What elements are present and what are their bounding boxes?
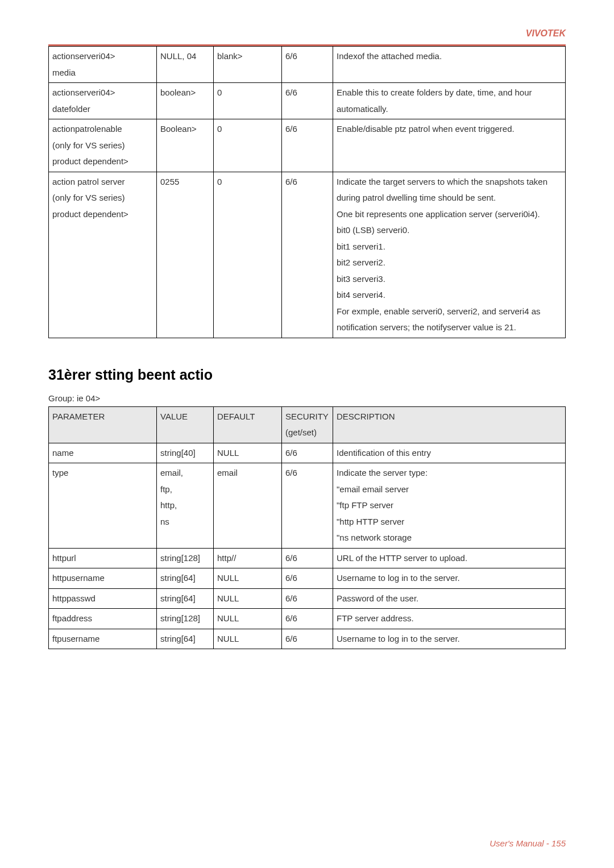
cell: 0 bbox=[214, 83, 282, 119]
cell: email bbox=[214, 463, 282, 549]
cell: NULL bbox=[214, 629, 282, 649]
cell: 0 bbox=[214, 119, 282, 172]
header-value: VALUE bbox=[157, 406, 214, 443]
cell: NULL bbox=[214, 609, 282, 629]
cell: 6/6 bbox=[282, 47, 333, 83]
cell: ftpusername bbox=[49, 629, 157, 649]
table-row: httpurlstring[128]http//6/6URL of the HT… bbox=[49, 548, 566, 568]
page-footer: User's Manual - 155 bbox=[489, 838, 566, 848]
cell: NULL bbox=[214, 568, 282, 589]
cell: blank> bbox=[214, 47, 282, 83]
cell: Indicate the target servers to which the… bbox=[333, 172, 566, 338]
cell: Enable/disable ptz patrol when event tri… bbox=[333, 119, 566, 172]
header-description: DESCRIPTION bbox=[333, 406, 566, 443]
cell: NULL bbox=[214, 588, 282, 609]
cell: Password of the user. bbox=[333, 588, 566, 609]
cell: 6/6 bbox=[282, 609, 333, 629]
parameter-table-1: actionserveri04> mediaNULL, 04blank>6/6I… bbox=[48, 46, 566, 338]
cell: string[64] bbox=[157, 629, 214, 649]
cell: Indicate the server type: "email email s… bbox=[333, 463, 566, 549]
cell: string[128] bbox=[157, 609, 214, 629]
table-row: actionpatrolenable (only for VS series) … bbox=[49, 119, 566, 172]
cell: 6/6 bbox=[282, 443, 333, 463]
table-row: namestring[40]NULL6/6Identification of t… bbox=[49, 443, 566, 463]
table-row: ftpaddressstring[128]NULL6/6FTP server a… bbox=[49, 609, 566, 629]
cell: actionpatrolenable (only for VS series) … bbox=[49, 119, 157, 172]
cell: 0 bbox=[214, 172, 282, 338]
cell: Username to log in to the server. bbox=[333, 568, 566, 589]
cell: NULL, 04 bbox=[157, 47, 214, 83]
cell: name bbox=[49, 443, 157, 463]
cell: 6/6 bbox=[282, 568, 333, 589]
cell: email, ftp, http, ns bbox=[157, 463, 214, 549]
brand-label: VIVOTEK bbox=[48, 28, 566, 39]
cell: Identification of this entry bbox=[333, 443, 566, 463]
cell: string[64] bbox=[157, 568, 214, 589]
header-security: SECURITY (get/set) bbox=[282, 406, 333, 443]
section-title: 31èrer stting beent actio bbox=[48, 367, 566, 383]
cell: ftpaddress bbox=[49, 609, 157, 629]
header-default: DEFAULT bbox=[214, 406, 282, 443]
table-row: action patrol server (only for VS series… bbox=[49, 172, 566, 338]
cell: boolean> bbox=[157, 83, 214, 119]
table-row: typeemail, ftp, http, nsemail6/6Indicate… bbox=[49, 463, 566, 549]
cell: 0255 bbox=[157, 172, 214, 338]
cell: http// bbox=[214, 548, 282, 568]
cell: 6/6 bbox=[282, 629, 333, 649]
cell: URL of the HTTP server to upload. bbox=[333, 548, 566, 568]
cell: 6/6 bbox=[282, 588, 333, 609]
cell: Username to log in to the server. bbox=[333, 629, 566, 649]
cell: Indexof the attached media. bbox=[333, 47, 566, 83]
table-row: actionserveri04> datefolderboolean>06/6E… bbox=[49, 83, 566, 119]
cell: string[40] bbox=[157, 443, 214, 463]
cell: string[64] bbox=[157, 588, 214, 609]
cell: Boolean> bbox=[157, 119, 214, 172]
cell: httpusername bbox=[49, 568, 157, 589]
header-parameter: PARAMETER bbox=[49, 406, 157, 443]
cell: 6/6 bbox=[282, 172, 333, 338]
cell: NULL bbox=[214, 443, 282, 463]
table-row: actionserveri04> mediaNULL, 04blank>6/6I… bbox=[49, 47, 566, 83]
parameter-table-2: PARAMETER VALUE DEFAULT SECURITY (get/se… bbox=[48, 406, 566, 650]
cell: httpurl bbox=[49, 548, 157, 568]
cell: FTP server address. bbox=[333, 609, 566, 629]
table-row: ftpusernamestring[64]NULL6/6Username to … bbox=[49, 629, 566, 649]
table-row: httpusernamestring[64]NULL6/6Username to… bbox=[49, 568, 566, 589]
cell: string[128] bbox=[157, 548, 214, 568]
cell: 6/6 bbox=[282, 548, 333, 568]
cell: actionserveri04> media bbox=[49, 47, 157, 83]
cell: httppasswd bbox=[49, 588, 157, 609]
cell: Enable this to create folders by date, t… bbox=[333, 83, 566, 119]
group-line: Group: ie 04> bbox=[48, 393, 566, 403]
cell: 6/6 bbox=[282, 83, 333, 119]
table-row: httppasswdstring[64]NULL6/6Password of t… bbox=[49, 588, 566, 609]
cell: 6/6 bbox=[282, 119, 333, 172]
cell: type bbox=[49, 463, 157, 549]
cell: actionserveri04> datefolder bbox=[49, 83, 157, 119]
cell: 6/6 bbox=[282, 463, 333, 549]
cell: action patrol server (only for VS series… bbox=[49, 172, 157, 338]
table-header-row: PARAMETER VALUE DEFAULT SECURITY (get/se… bbox=[49, 406, 566, 443]
